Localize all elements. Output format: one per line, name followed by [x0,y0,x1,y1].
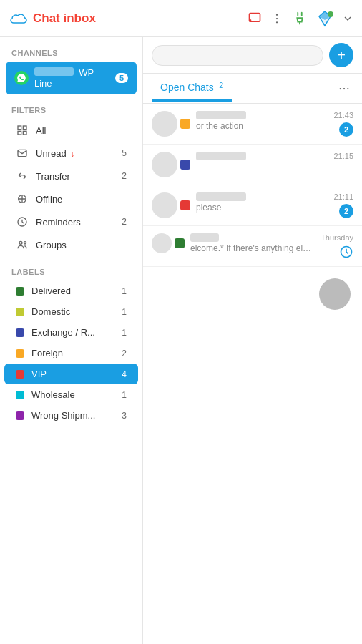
label-wholesale[interactable]: Wholesale 1 [4,384,138,405]
chat-avatar-area-4 [152,233,185,253]
chat-bubble-icon[interactable] [248,11,262,26]
filters-section-title: FILTERS [0,94,142,119]
channel-name-blurred [34,67,74,76]
chat-label-tag-3 [180,200,190,210]
filter-reminders-badge: 2 [122,217,127,227]
svg-point-1 [276,14,278,15]
chat-unread-badge-1: 2 [339,122,353,137]
delivered-dot [16,287,24,296]
channels-section-title: CHANNELS [0,37,142,62]
reminders-icon [16,215,29,228]
channel-badge: 5 [115,73,128,83]
clock-icon-4 [339,245,353,259]
chat-item[interactable]: elcome.* If there's anything else I ca..… [143,226,362,267]
diamond-icon[interactable] [316,10,333,27]
chat-content-3: please [196,192,328,213]
fab-button[interactable] [319,278,351,310]
filter-reminders-label: Reminders [36,217,114,228]
chat-avatar-area-3 [152,192,190,218]
chat-item[interactable]: or the action 21:43 2 [143,104,362,145]
label-wholesale-text: Wholesale [31,389,114,400]
channel-wp-line[interactable]: WP Line 5 [6,62,137,94]
svg-point-17 [343,87,345,89]
chat-time-2: 21:15 [333,152,353,160]
transfer-icon [16,170,29,182]
tab-open-chats-label: Open Chats [160,82,214,93]
label-delivered-count: 1 [122,286,127,296]
sidebar: CHANNELS WP Line 5 FILTERS [0,37,143,644]
unread-arrow: ↓ [70,149,74,159]
search-bar: + [143,37,362,74]
label-exchange[interactable]: Exchange / R... 1 [4,322,138,343]
filter-unread-badge: 5 [122,148,127,158]
filter-unread-label: Unread ↓ [36,148,114,159]
chat-time-1: 21:43 [333,111,353,119]
label-domestic-count: 1 [122,307,127,317]
search-input-wrap [152,45,323,66]
chat-content-2 [196,152,328,162]
logo-area: Chat inbox [9,11,242,26]
label-vip[interactable]: VIP 4 [4,364,138,384]
chat-label-tag-4 [175,238,185,248]
chat-avatar-area-2 [152,152,190,177]
wrongship-dot [16,411,24,420]
label-delivered-text: Delivered [31,286,114,296]
chat-name-blurred-4 [190,233,219,242]
svg-point-2 [276,17,278,19]
more-vert-icon[interactable] [270,12,283,25]
groups-icon [16,238,29,251]
search-input[interactable] [152,45,323,66]
svg-point-14 [19,241,22,244]
chat-time-4: Thursday [321,233,353,242]
chat-item[interactable]: please 21:11 2 [143,185,362,226]
domestic-dot [16,308,24,316]
filter-reminders[interactable]: Reminders 2 [4,210,138,233]
label-foreign[interactable]: Foreign 2 [4,343,138,364]
chat-item[interactable]: 21:15 [143,145,362,185]
chevron-down-icon[interactable] [342,13,353,24]
tab-open-chats[interactable]: Open Chats 2 [152,75,232,102]
app-title: Chat inbox [33,11,96,26]
chat-preview-4: elcome.* If there's anything else I ca..… [190,243,315,253]
label-wrongship[interactable]: Wrong Shipm... 3 [4,405,138,426]
filter-offline-label: Offline [36,194,127,205]
label-exchange-text: Exchange / R... [31,327,114,338]
label-exchange-count: 1 [122,328,127,338]
foreign-dot [16,349,24,358]
chat-avatar-4 [152,233,172,253]
filter-transfer-badge: 2 [122,171,127,181]
chat-name-blurred-3 [196,192,246,201]
svg-rect-10 [18,131,21,135]
filter-offline[interactable]: Offline [4,187,138,210]
plug-icon[interactable] [292,11,308,26]
filter-transfer-label: Transfer [36,171,114,182]
label-wrongship-count: 3 [122,411,127,421]
chat-meta-1: 21:43 2 [333,111,353,137]
svg-rect-8 [18,126,21,130]
label-delivered[interactable]: Delivered 1 [4,280,138,301]
filter-all-label: All [36,125,127,136]
chat-label-tag-1 [180,119,190,129]
add-button[interactable]: + [329,43,353,67]
chat-avatar-3 [152,192,177,218]
filter-groups[interactable]: Groups [4,233,138,256]
label-wrongship-text: Wrong Shipm... [31,410,114,421]
filter-all[interactable]: All [4,119,138,142]
chat-label-tag-2 [180,160,190,170]
label-domestic-text: Domestic [31,306,114,317]
filter-unread[interactable]: Unread ↓ 5 [4,142,138,165]
cloud-icon [9,11,29,26]
chat-preview-3: please [196,203,328,213]
label-domestic[interactable]: Domestic 1 [4,301,138,322]
chat-avatar-1 [152,111,177,137]
chat-avatar-area-1 [152,111,190,137]
svg-point-18 [347,87,348,89]
right-panel: + Open Chats 2 [143,37,362,644]
exchange-dot [16,328,24,337]
chat-meta-2: 21:15 [333,152,353,160]
filter-transfer[interactable]: Transfer 2 [4,165,138,187]
chat-avatar-2 [152,152,177,177]
chat-name-row-2 [196,152,328,160]
vip-dot [16,370,24,379]
tabs-more-icon[interactable] [335,79,353,98]
